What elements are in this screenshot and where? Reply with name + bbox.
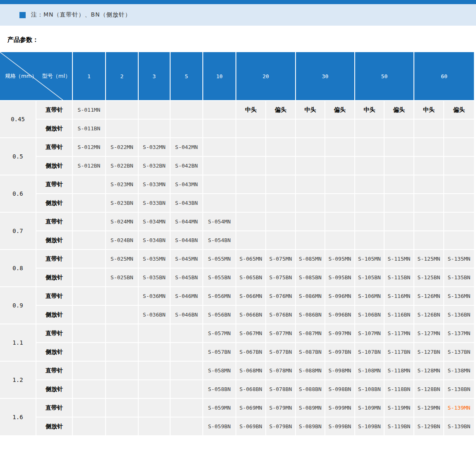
empty-cell [139,380,170,398]
spec-value: 0.8 [0,250,36,286]
model-cell: S-086BN [296,306,325,324]
empty-cell [385,194,413,212]
empty-cell [385,157,413,175]
model-cell: S-118BN [385,380,413,398]
empty-cell [385,120,413,137]
row-type-label: 直带针 [36,362,72,379]
model-cell: S-023MN [106,175,138,193]
model-cell: S-086MN [296,287,325,305]
empty-cell [106,417,138,435]
spec-value: 1.6 [0,399,36,435]
model-cell: S-085BN [296,269,325,286]
model-cell: S-097MN [325,324,354,342]
empty-cell [296,213,325,230]
header-col-60: 60 [414,52,474,100]
model-cell: S-077MN [266,324,295,342]
model-cell: S-128BN [414,380,443,398]
empty-cell [444,194,474,212]
model-cell: S-069BN [236,417,265,435]
model-cell: S-079MN [266,399,295,417]
row-type-label: 直带针 [36,213,72,230]
row-type-label: 侧放针 [36,120,72,137]
model-cell: S-022BN [106,157,138,175]
model-cell: S-043MN [171,175,202,193]
empty-cell [296,194,325,212]
header-col-3: 3 [139,52,170,100]
row-type-label: 侧放针 [36,269,72,286]
model-cell: S-032BN [139,157,170,175]
section-title: 产品参数： [7,36,476,44]
model-cell: S-127MN [414,324,443,342]
empty-cell [73,194,105,212]
note-bullet-icon [19,12,26,18]
header-col-2: 2 [106,52,138,100]
model-cell: S-046BN [171,306,202,324]
model-cell: S-058MN [203,362,236,379]
model-cell: S-106BN [355,306,384,324]
model-cell: S-054MN [203,213,236,230]
model-cell: S-108MN [355,362,384,379]
model-cell: S-076MN [266,287,295,305]
empty-cell [266,157,295,175]
model-cell: S-139BN [444,417,474,435]
model-cell: S-107BN [355,343,384,361]
empty-cell [414,138,443,156]
row-type-label: 直带针 [36,175,72,193]
empty-cell [139,120,170,137]
empty-cell [266,213,295,230]
empty-cell [296,157,325,175]
model-cell: S-128MN [414,362,443,379]
model-cell: S-087MN [296,324,325,342]
model-cell: S-067BN [236,343,265,361]
empty-cell [266,120,295,137]
model-cell: S-077BN [266,343,295,361]
model-cell: S-042MN [171,138,202,156]
header-col-50: 50 [355,52,413,100]
empty-cell [355,231,384,249]
empty-cell [171,324,202,342]
empty-cell [203,120,236,137]
model-cell: S-116BN [385,306,413,324]
model-cell: S-012BN [73,157,105,175]
model-cell: S-106MN [355,287,384,305]
empty-cell [73,287,105,305]
empty-cell [171,417,202,435]
model-cell: S-054BN [203,231,236,249]
empty-cell [139,399,170,417]
model-cell: S-138BN [444,380,474,398]
model-cell: S-025MN [106,250,138,268]
empty-cell [106,120,138,137]
model-cell: S-075BN [266,269,295,286]
row-type-label: 侧放针 [36,231,72,249]
model-cell: S-056BN [203,306,236,324]
model-cell: S-079BN [266,417,295,435]
empty-cell [444,120,474,137]
row-type-label: 直带针 [36,399,72,417]
empty-cell [203,101,236,119]
empty-cell [444,213,474,230]
empty-cell [73,399,105,417]
empty-cell [73,324,105,342]
empty-cell [139,343,170,361]
empty-cell [325,120,354,137]
model-cell: S-011BN [73,120,105,137]
empty-cell [266,175,295,193]
spec-value: 0.5 [0,138,36,175]
model-cell: S-078BN [266,380,295,398]
corner-spec-label: 规格（mm） [5,72,37,80]
model-cell: S-065MN [236,250,265,268]
model-cell: S-057BN [203,343,236,361]
model-cell: S-025BN [106,269,138,286]
model-cell: S-045BN [171,269,202,286]
row-type-label: 直带针 [36,250,72,268]
empty-cell [355,120,384,137]
top-accent-bar [0,0,476,4]
model-cell: S-105MN [355,250,384,268]
model-cell: S-105BN [355,269,384,286]
model-cell: S-035MN [139,250,170,268]
empty-cell [355,138,384,156]
header-col-1: 1 [73,52,105,100]
empty-cell [414,231,443,249]
empty-cell [355,157,384,175]
model-cell: S-088MN [296,362,325,379]
